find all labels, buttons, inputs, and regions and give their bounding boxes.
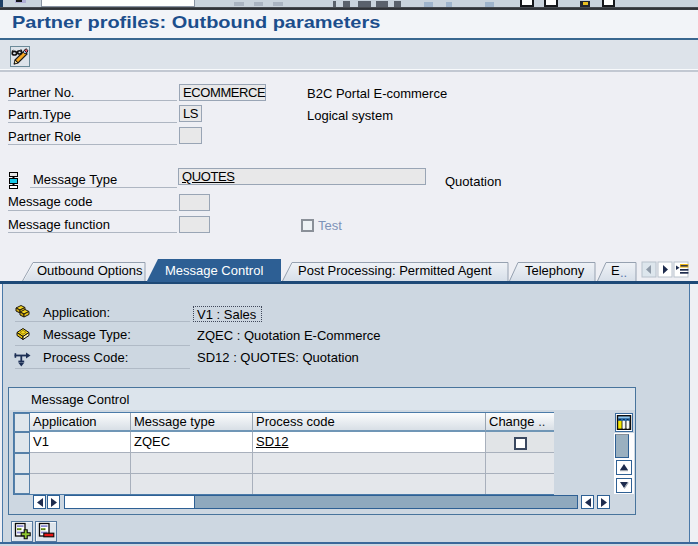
svg-text:E: E: [611, 263, 620, 278]
svg-text:Outbound Options: Outbound Options: [37, 263, 143, 278]
svg-text:..: ..: [620, 265, 627, 280]
svg-text:Post Processing: Permitted Age: Post Processing: Permitted Agent: [298, 263, 492, 278]
svg-text:Telephony: Telephony: [525, 263, 585, 278]
svg-text:Message Control: Message Control: [165, 263, 263, 278]
